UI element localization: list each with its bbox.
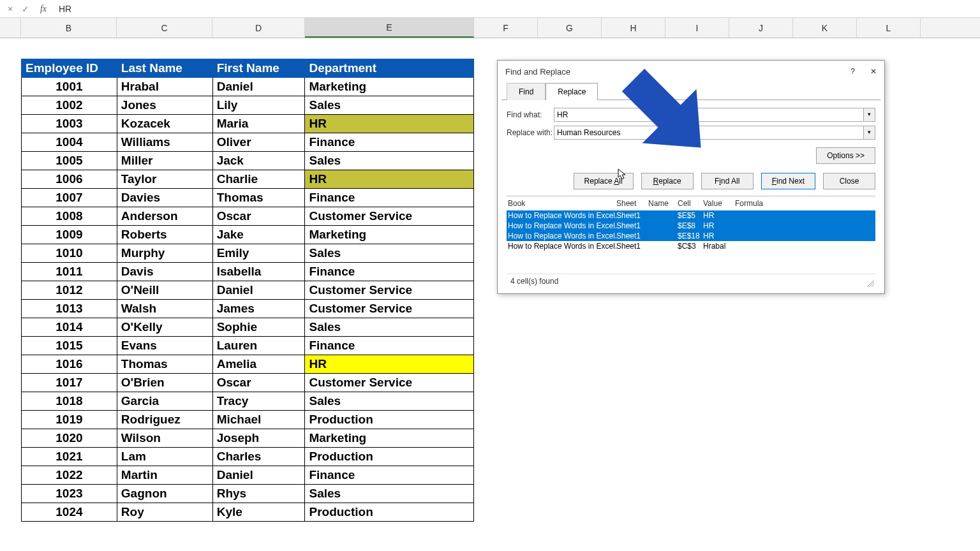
cell-department[interactable]: Sales bbox=[305, 485, 474, 503]
col-header-K[interactable]: K bbox=[793, 18, 857, 38]
col-header-I[interactable]: I bbox=[665, 18, 729, 38]
cell-department[interactable]: Customer Service bbox=[305, 374, 474, 392]
cell-lastname[interactable]: Hrabal bbox=[117, 78, 212, 96]
table-row[interactable]: 1005MillerJackSales bbox=[22, 152, 474, 170]
cell-lastname[interactable]: Jones bbox=[117, 96, 212, 115]
col-header-B[interactable]: B bbox=[21, 18, 117, 38]
cell-lastname[interactable]: Roberts bbox=[117, 226, 212, 244]
table-row[interactable]: 1021LamCharlesProduction bbox=[22, 448, 474, 466]
cell-firstname[interactable]: Charlie bbox=[212, 170, 305, 189]
col-header-E[interactable]: E bbox=[305, 18, 474, 38]
select-all-corner[interactable] bbox=[0, 18, 21, 38]
cell-lastname[interactable]: Garcia bbox=[117, 392, 212, 411]
dialog-titlebar[interactable]: Find and Replace ? ✕ bbox=[498, 61, 884, 82]
cell-lastname[interactable]: Kozacek bbox=[117, 115, 212, 133]
cell-firstname[interactable]: Daniel bbox=[212, 466, 305, 485]
tab-replace[interactable]: Replace bbox=[546, 83, 598, 100]
find-what-input[interactable] bbox=[554, 108, 864, 122]
cell-firstname[interactable]: Rhys bbox=[212, 485, 305, 503]
cell-id[interactable]: 1018 bbox=[22, 392, 117, 411]
cell-lastname[interactable]: Thomas bbox=[117, 355, 212, 374]
cell-firstname[interactable]: Lily bbox=[212, 96, 305, 115]
fx-icon[interactable]: fx bbox=[38, 4, 48, 14]
cell-firstname[interactable]: Oscar bbox=[212, 374, 305, 392]
cell-department[interactable]: Production bbox=[305, 411, 474, 429]
cell-id[interactable]: 1016 bbox=[22, 355, 117, 374]
cell-lastname[interactable]: Anderson bbox=[117, 207, 212, 226]
close-icon[interactable]: ✕ bbox=[870, 67, 877, 76]
cell-id[interactable]: 1002 bbox=[22, 96, 117, 115]
table-row[interactable]: 1015EvansLaurenFinance bbox=[22, 337, 474, 355]
cell-firstname[interactable]: Oliver bbox=[212, 133, 305, 152]
cell-id[interactable]: 1013 bbox=[22, 300, 117, 318]
formula-input[interactable] bbox=[55, 0, 980, 17]
cell-firstname[interactable]: Daniel bbox=[212, 281, 305, 300]
results-list[interactable]: How to Replace Words in Excel.xlsxSheet1… bbox=[507, 210, 875, 274]
cell-lastname[interactable]: Roy bbox=[117, 503, 212, 522]
cell-firstname[interactable]: Thomas bbox=[212, 189, 305, 207]
cancel-icon[interactable]: × bbox=[5, 4, 15, 14]
table-row[interactable]: 1003KozacekMariaHR bbox=[22, 115, 474, 133]
table-row[interactable]: 1012O'NeillDanielCustomer Service bbox=[22, 281, 474, 300]
cell-lastname[interactable]: Martin bbox=[117, 466, 212, 485]
cell-firstname[interactable]: Maria bbox=[212, 115, 305, 133]
table-row[interactable]: 1019RodriguezMichaelProduction bbox=[22, 411, 474, 429]
table-row[interactable]: 1008AndersonOscarCustomer Service bbox=[22, 207, 474, 226]
table-row[interactable]: 1023GagnonRhysSales bbox=[22, 485, 474, 503]
col-header-H[interactable]: H bbox=[602, 18, 665, 38]
replace-with-input[interactable] bbox=[554, 126, 864, 140]
cell-id[interactable]: 1007 bbox=[22, 189, 117, 207]
cell-firstname[interactable]: Amelia bbox=[212, 355, 305, 374]
table-row[interactable]: 1010MurphyEmilySales bbox=[22, 244, 474, 263]
replace-button[interactable]: Replace bbox=[641, 173, 694, 189]
cell-lastname[interactable]: Lam bbox=[117, 448, 212, 466]
cell-department[interactable]: Finance bbox=[305, 263, 474, 281]
find-all-button[interactable]: Find All bbox=[701, 173, 754, 189]
table-row[interactable]: 1016ThomasAmeliaHR bbox=[22, 355, 474, 374]
cell-id[interactable]: 1020 bbox=[22, 429, 117, 448]
cell-department[interactable]: Finance bbox=[305, 466, 474, 485]
cell-id[interactable]: 1021 bbox=[22, 448, 117, 466]
cell-firstname[interactable]: Kyle bbox=[212, 503, 305, 522]
replace-all-button[interactable]: Replace All bbox=[574, 173, 634, 189]
cell-lastname[interactable]: Davis bbox=[117, 263, 212, 281]
table-row[interactable]: 1013WalshJamesCustomer Service bbox=[22, 300, 474, 318]
cell-department[interactable]: HR bbox=[305, 115, 474, 133]
cell-lastname[interactable]: Taylor bbox=[117, 170, 212, 189]
cell-firstname[interactable]: Sophie bbox=[212, 318, 305, 337]
cell-firstname[interactable]: Oscar bbox=[212, 207, 305, 226]
col-header-C[interactable]: C bbox=[117, 18, 212, 38]
find-next-button[interactable]: Find Next bbox=[761, 173, 815, 189]
cell-department[interactable]: HR bbox=[305, 170, 474, 189]
cell-department[interactable]: Production bbox=[305, 448, 474, 466]
cell-lastname[interactable]: Gagnon bbox=[117, 485, 212, 503]
table-row[interactable]: 1011DavisIsabellaFinance bbox=[22, 263, 474, 281]
cell-lastname[interactable]: O'Neill bbox=[117, 281, 212, 300]
table-row[interactable]: 1022MartinDanielFinance bbox=[22, 466, 474, 485]
table-row[interactable]: 1020WilsonJosephMarketing bbox=[22, 429, 474, 448]
col-header-J[interactable]: J bbox=[729, 18, 793, 38]
cell-firstname[interactable]: Jake bbox=[212, 226, 305, 244]
cell-id[interactable]: 1001 bbox=[22, 78, 117, 96]
cell-department[interactable]: Finance bbox=[305, 189, 474, 207]
cell-lastname[interactable]: Rodriguez bbox=[117, 411, 212, 429]
cell-id[interactable]: 1008 bbox=[22, 207, 117, 226]
result-row[interactable]: How to Replace Words in Excel.xlsxSheet1… bbox=[507, 210, 875, 221]
cell-lastname[interactable]: Davies bbox=[117, 189, 212, 207]
cell-department[interactable]: Customer Service bbox=[305, 281, 474, 300]
table-row[interactable]: 1014O'KellySophieSales bbox=[22, 318, 474, 337]
col-header-F[interactable]: F bbox=[474, 18, 538, 38]
cell-firstname[interactable]: James bbox=[212, 300, 305, 318]
cell-id[interactable]: 1024 bbox=[22, 503, 117, 522]
cell-department[interactable]: Marketing bbox=[305, 226, 474, 244]
cell-firstname[interactable]: Tracy bbox=[212, 392, 305, 411]
cell-department[interactable]: Marketing bbox=[305, 78, 474, 96]
cell-id[interactable]: 1022 bbox=[22, 466, 117, 485]
cell-id[interactable]: 1009 bbox=[22, 226, 117, 244]
cell-department[interactable]: Sales bbox=[305, 96, 474, 115]
cell-id[interactable]: 1005 bbox=[22, 152, 117, 170]
cell-department[interactable]: Production bbox=[305, 503, 474, 522]
col-header-L[interactable]: L bbox=[857, 18, 921, 38]
cell-firstname[interactable]: Jack bbox=[212, 152, 305, 170]
cell-department[interactable]: Sales bbox=[305, 244, 474, 263]
